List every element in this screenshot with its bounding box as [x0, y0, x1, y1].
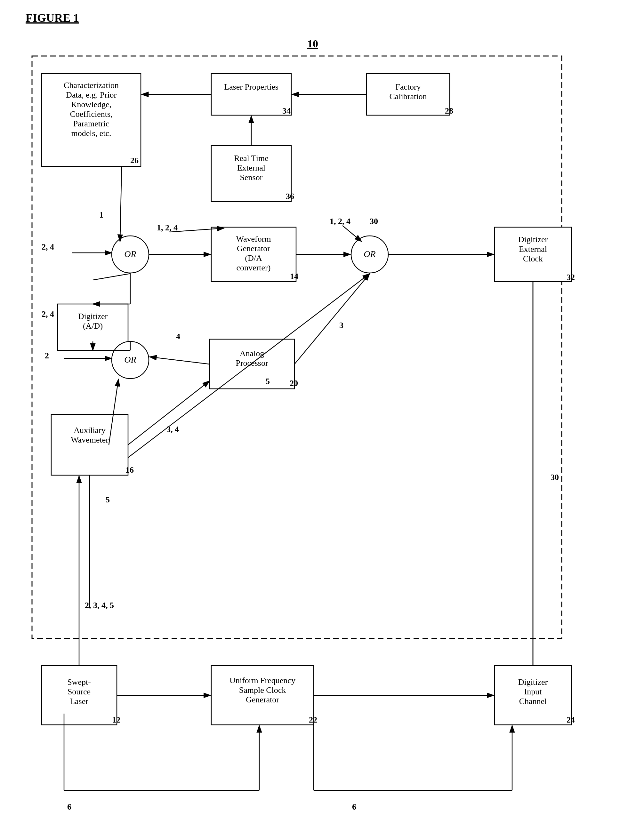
char-data-number: 26 — [130, 156, 139, 165]
label-6-right: 6 — [352, 802, 356, 812]
or-label-right: OR — [364, 249, 375, 259]
factory-cal-number: 28 — [445, 106, 453, 115]
label-3-right: 3 — [339, 321, 343, 330]
factory-cal-box — [366, 74, 450, 115]
waveform-gen-box — [211, 227, 296, 282]
aux-to-or-right-5 — [128, 274, 370, 458]
svg-text:External: External — [519, 244, 547, 254]
svg-text:(D/A: (D/A — [245, 253, 262, 263]
digitizer-ad-label: Digitizer — [78, 312, 108, 321]
label-6-left: 6 — [67, 802, 71, 812]
aux-wavemeter-label: Auxiliary — [74, 426, 106, 435]
svg-text:Data, e.g. Prior: Data, e.g. Prior — [66, 90, 117, 100]
char-data-box — [42, 74, 141, 166]
label-3-4: 3, 4 — [166, 425, 179, 434]
rt-sensor-label: Real Time — [234, 154, 269, 163]
or-circle-right — [351, 236, 388, 273]
aux-wavemeter-box — [51, 414, 128, 475]
uniform-freq-box — [211, 666, 314, 725]
svg-text:Parametric: Parametric — [73, 119, 110, 128]
or-circle-bottom — [112, 341, 149, 379]
svg-text:Laser: Laser — [70, 697, 88, 706]
system-number: 10 — [307, 38, 318, 49]
digitizer-ext-clock-number: 32 — [567, 272, 575, 282]
char-data-label: Characterization — [64, 80, 119, 90]
digitizer-input-label: Digitizer — [518, 678, 548, 687]
rt-sensor-box — [211, 146, 291, 202]
laser-props-box — [211, 74, 291, 115]
label-2: 2 — [45, 351, 49, 360]
swept-source-number: 12 — [112, 715, 120, 725]
label-1-2-4-top: 1, 2, 4 — [157, 223, 177, 232]
factory-cal-label: Factory — [395, 82, 421, 92]
svg-text:Calibration: Calibration — [389, 92, 427, 101]
swept-source-box — [42, 666, 117, 725]
svg-text:Processor: Processor — [236, 358, 268, 368]
or-label-bottom: OR — [124, 354, 136, 364]
aux-wavemeter-number: 16 — [125, 465, 134, 474]
svg-text:External: External — [237, 163, 265, 172]
main-boundary — [32, 56, 562, 638]
svg-text:Source: Source — [67, 687, 90, 696]
uniform-freq-number: 22 — [309, 715, 317, 725]
aux-to-or-bottom — [109, 379, 118, 445]
label-5-bottom: 5 — [106, 495, 110, 504]
analog-proc-label: Analog — [240, 349, 264, 358]
or-circle-top — [112, 236, 149, 273]
digitizer-ad-number: 18 — [124, 340, 132, 350]
analog-proc-number: 20 — [290, 379, 298, 388]
digitizer-ad-to-or-top-feedback — [93, 274, 130, 280]
digitizer-input-box — [495, 666, 571, 725]
or-label-top: OR — [124, 249, 136, 259]
waveform-gen-label: Waveform — [236, 234, 271, 243]
label124-to-waveform — [170, 228, 224, 232]
svg-text:Input: Input — [524, 687, 542, 696]
analog-to-or-bottom — [150, 357, 210, 364]
svg-text:models, etc.: models, etc. — [71, 129, 112, 138]
label-4: 4 — [176, 332, 180, 341]
label-5-mid: 5 — [266, 377, 270, 386]
svg-text:converter): converter) — [237, 263, 271, 272]
laser-props-number: 34 — [282, 106, 291, 115]
label124-to-or-right — [342, 226, 362, 241]
svg-text:Sample Clock: Sample Clock — [239, 686, 286, 695]
uniform-freq-label: Uniform Frequency — [230, 676, 296, 685]
svg-text:Generator: Generator — [246, 695, 279, 704]
analog-to-or-right — [294, 274, 370, 364]
svg-text:Sensor: Sensor — [240, 173, 263, 182]
svg-text:(A/D): (A/D) — [83, 321, 103, 331]
digitizer-ad-box — [58, 304, 128, 350]
page-title: FIGURE 1 — [26, 11, 79, 24]
svg-text:Generator: Generator — [237, 244, 270, 253]
label-30-top: 30 — [370, 217, 378, 226]
swept-source-label: Swept- — [67, 678, 91, 687]
aux-to-analog — [128, 381, 210, 445]
analog-proc-box — [210, 339, 294, 389]
char-to-or-top-arrow — [120, 166, 122, 241]
label-2-4-mid: 2, 4 — [42, 309, 54, 319]
label-2-4-left: 2, 4 — [42, 242, 54, 251]
digitizer-ext-clock-box — [495, 227, 571, 282]
laser-props-label: Laser Properties — [224, 82, 278, 92]
svg-text:Wavemeter: Wavemeter — [71, 435, 108, 445]
digitizer-input-number: 24 — [567, 715, 575, 725]
svg-text:Clock: Clock — [523, 254, 543, 263]
waveform-gen-number: 14 — [290, 272, 298, 281]
label-1-2-4-right: 1, 2, 4 — [330, 217, 350, 226]
svg-text:Channel: Channel — [519, 697, 547, 706]
label-2-3-4-5: 2, 3, 4, 5 — [85, 600, 114, 610]
svg-text:Coefficients,: Coefficients, — [70, 110, 112, 119]
label-1: 1 — [99, 210, 104, 220]
rt-sensor-number: 36 — [286, 192, 294, 201]
svg-text:Knowledge,: Knowledge, — [71, 100, 112, 109]
digitizer-ext-clock-label: Digitizer — [518, 235, 548, 244]
label-30-bottom: 30 — [550, 472, 559, 482]
